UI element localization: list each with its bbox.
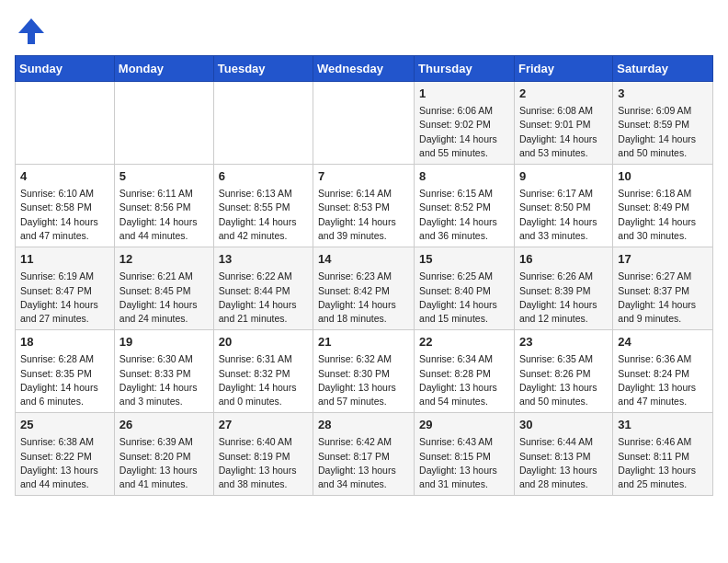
day-info: Sunrise: 6:25 AM Sunset: 8:40 PM Dayligh… xyxy=(419,270,509,326)
day-info: Sunrise: 6:36 AM Sunset: 8:24 PM Dayligh… xyxy=(618,352,708,408)
day-number: 29 xyxy=(419,417,509,433)
day-info: Sunrise: 6:10 AM Sunset: 8:58 PM Dayligh… xyxy=(20,187,109,243)
day-number: 10 xyxy=(618,168,708,185)
day-number: 25 xyxy=(20,417,109,433)
calendar-cell xyxy=(213,82,313,165)
calendar-table: SundayMondayTuesdayWednesdayThursdayFrid… xyxy=(15,55,713,496)
day-number: 21 xyxy=(318,334,409,350)
day-info: Sunrise: 6:44 AM Sunset: 8:13 PM Dayligh… xyxy=(519,435,608,491)
day-number: 26 xyxy=(119,417,209,433)
day-info: Sunrise: 6:26 AM Sunset: 8:39 PM Dayligh… xyxy=(519,270,608,326)
header-monday: Monday xyxy=(114,56,213,82)
header-wednesday: Wednesday xyxy=(313,56,415,82)
day-number: 27 xyxy=(219,417,308,433)
day-number: 15 xyxy=(419,251,509,268)
day-number: 5 xyxy=(119,168,209,185)
calendar-cell: 5Sunrise: 6:11 AM Sunset: 8:56 PM Daylig… xyxy=(114,165,213,247)
day-info: Sunrise: 6:39 AM Sunset: 8:20 PM Dayligh… xyxy=(119,435,209,491)
day-info: Sunrise: 6:32 AM Sunset: 8:30 PM Dayligh… xyxy=(318,352,409,408)
day-info: Sunrise: 6:31 AM Sunset: 8:32 PM Dayligh… xyxy=(219,352,308,408)
day-info: Sunrise: 6:22 AM Sunset: 8:44 PM Dayligh… xyxy=(219,270,308,326)
calendar-cell: 2Sunrise: 6:08 AM Sunset: 9:01 PM Daylig… xyxy=(514,82,612,165)
day-info: Sunrise: 6:19 AM Sunset: 8:47 PM Dayligh… xyxy=(20,270,109,326)
day-number: 31 xyxy=(618,417,708,433)
day-number: 19 xyxy=(119,334,209,350)
day-number: 28 xyxy=(318,417,409,433)
day-info: Sunrise: 6:15 AM Sunset: 8:52 PM Dayligh… xyxy=(419,187,509,243)
day-number: 14 xyxy=(318,251,409,268)
calendar-week-3: 11Sunrise: 6:19 AM Sunset: 8:47 PM Dayli… xyxy=(16,247,713,330)
day-number: 12 xyxy=(119,251,209,268)
day-number: 24 xyxy=(618,334,708,350)
day-info: Sunrise: 6:40 AM Sunset: 8:19 PM Dayligh… xyxy=(219,435,308,491)
day-number: 9 xyxy=(519,168,608,185)
calendar-cell: 21Sunrise: 6:32 AM Sunset: 8:30 PM Dayli… xyxy=(313,330,415,413)
calendar-cell: 19Sunrise: 6:30 AM Sunset: 8:33 PM Dayli… xyxy=(114,330,213,413)
day-info: Sunrise: 6:08 AM Sunset: 9:01 PM Dayligh… xyxy=(519,104,608,160)
calendar-cell: 9Sunrise: 6:17 AM Sunset: 8:50 PM Daylig… xyxy=(514,165,612,247)
day-number: 1 xyxy=(419,86,509,102)
day-info: Sunrise: 6:38 AM Sunset: 8:22 PM Dayligh… xyxy=(20,435,109,491)
calendar-cell: 30Sunrise: 6:44 AM Sunset: 8:13 PM Dayli… xyxy=(514,413,612,496)
day-info: Sunrise: 6:17 AM Sunset: 8:50 PM Dayligh… xyxy=(519,187,608,243)
day-number: 20 xyxy=(219,334,308,350)
day-number: 7 xyxy=(318,168,409,185)
calendar-cell: 15Sunrise: 6:25 AM Sunset: 8:40 PM Dayli… xyxy=(415,247,515,330)
calendar-cell: 10Sunrise: 6:18 AM Sunset: 8:49 PM Dayli… xyxy=(613,165,713,247)
calendar-header-row: SundayMondayTuesdayWednesdayThursdayFrid… xyxy=(16,56,713,82)
day-number: 2 xyxy=(519,86,608,102)
day-number: 18 xyxy=(20,334,109,350)
header-thursday: Thursday xyxy=(415,56,515,82)
day-info: Sunrise: 6:43 AM Sunset: 8:15 PM Dayligh… xyxy=(419,435,509,491)
page-header xyxy=(15,15,713,48)
day-number: 16 xyxy=(519,251,608,268)
svg-marker-0 xyxy=(18,18,44,44)
day-info: Sunrise: 6:13 AM Sunset: 8:55 PM Dayligh… xyxy=(219,187,308,243)
calendar-cell xyxy=(114,82,213,165)
calendar-cell: 26Sunrise: 6:39 AM Sunset: 8:20 PM Dayli… xyxy=(114,413,213,496)
calendar-cell: 27Sunrise: 6:40 AM Sunset: 8:19 PM Dayli… xyxy=(213,413,313,496)
day-info: Sunrise: 6:09 AM Sunset: 8:59 PM Dayligh… xyxy=(618,104,708,160)
day-info: Sunrise: 6:30 AM Sunset: 8:33 PM Dayligh… xyxy=(119,352,209,408)
day-info: Sunrise: 6:14 AM Sunset: 8:53 PM Dayligh… xyxy=(318,187,409,243)
calendar-cell: 25Sunrise: 6:38 AM Sunset: 8:22 PM Dayli… xyxy=(16,413,115,496)
day-number: 17 xyxy=(618,251,708,268)
day-info: Sunrise: 6:27 AM Sunset: 8:37 PM Dayligh… xyxy=(618,270,708,326)
calendar-cell: 17Sunrise: 6:27 AM Sunset: 8:37 PM Dayli… xyxy=(613,247,713,330)
header-tuesday: Tuesday xyxy=(213,56,313,82)
calendar-cell: 12Sunrise: 6:21 AM Sunset: 8:45 PM Dayli… xyxy=(114,247,213,330)
calendar-week-5: 25Sunrise: 6:38 AM Sunset: 8:22 PM Dayli… xyxy=(16,413,713,496)
day-number: 3 xyxy=(618,86,708,102)
day-info: Sunrise: 6:34 AM Sunset: 8:28 PM Dayligh… xyxy=(419,352,509,408)
calendar-cell: 7Sunrise: 6:14 AM Sunset: 8:53 PM Daylig… xyxy=(313,165,415,247)
calendar-cell: 20Sunrise: 6:31 AM Sunset: 8:32 PM Dayli… xyxy=(213,330,313,413)
day-info: Sunrise: 6:35 AM Sunset: 8:26 PM Dayligh… xyxy=(519,352,608,408)
calendar-cell: 8Sunrise: 6:15 AM Sunset: 8:52 PM Daylig… xyxy=(415,165,515,247)
calendar-cell: 4Sunrise: 6:10 AM Sunset: 8:58 PM Daylig… xyxy=(16,165,115,247)
header-friday: Friday xyxy=(514,56,612,82)
day-number: 11 xyxy=(20,251,109,268)
calendar-cell: 24Sunrise: 6:36 AM Sunset: 8:24 PM Dayli… xyxy=(613,330,713,413)
calendar-cell: 31Sunrise: 6:46 AM Sunset: 8:11 PM Dayli… xyxy=(613,413,713,496)
calendar-cell: 14Sunrise: 6:23 AM Sunset: 8:42 PM Dayli… xyxy=(313,247,415,330)
day-number: 23 xyxy=(519,334,608,350)
day-number: 13 xyxy=(219,251,308,268)
day-number: 4 xyxy=(20,168,109,185)
calendar-cell: 1Sunrise: 6:06 AM Sunset: 9:02 PM Daylig… xyxy=(415,82,515,165)
header-saturday: Saturday xyxy=(613,56,713,82)
day-info: Sunrise: 6:21 AM Sunset: 8:45 PM Dayligh… xyxy=(119,270,209,326)
calendar-week-1: 1Sunrise: 6:06 AM Sunset: 9:02 PM Daylig… xyxy=(16,82,713,165)
calendar-cell: 16Sunrise: 6:26 AM Sunset: 8:39 PM Dayli… xyxy=(514,247,612,330)
calendar-cell: 6Sunrise: 6:13 AM Sunset: 8:55 PM Daylig… xyxy=(213,165,313,247)
calendar-cell xyxy=(16,82,115,165)
day-info: Sunrise: 6:23 AM Sunset: 8:42 PM Dayligh… xyxy=(318,270,409,326)
day-info: Sunrise: 6:28 AM Sunset: 8:35 PM Dayligh… xyxy=(20,352,109,408)
header-sunday: Sunday xyxy=(16,56,115,82)
calendar-cell: 22Sunrise: 6:34 AM Sunset: 8:28 PM Dayli… xyxy=(415,330,515,413)
calendar-cell xyxy=(313,82,415,165)
logo-icon xyxy=(15,15,48,48)
day-info: Sunrise: 6:18 AM Sunset: 8:49 PM Dayligh… xyxy=(618,187,708,243)
calendar-cell: 11Sunrise: 6:19 AM Sunset: 8:47 PM Dayli… xyxy=(16,247,115,330)
calendar-cell: 13Sunrise: 6:22 AM Sunset: 8:44 PM Dayli… xyxy=(213,247,313,330)
calendar-cell: 23Sunrise: 6:35 AM Sunset: 8:26 PM Dayli… xyxy=(514,330,612,413)
